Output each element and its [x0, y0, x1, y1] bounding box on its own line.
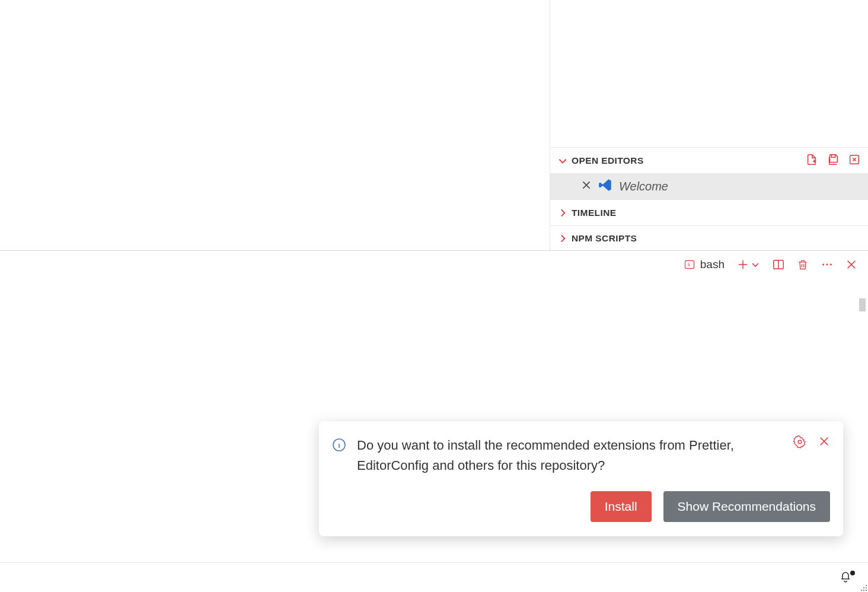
editor-area	[0, 0, 549, 250]
close-all-icon[interactable]	[848, 153, 861, 168]
terminal-shell-name: bash	[700, 258, 725, 271]
terminal-tab[interactable]: bash	[684, 258, 725, 271]
sidebar: OPEN EDITORS Welcome TIMELINE	[550, 0, 868, 252]
svg-point-8	[798, 440, 802, 444]
open-editor-item[interactable]: Welcome	[550, 173, 868, 199]
timeline-title: TIMELINE	[572, 208, 868, 218]
show-recommendations-button[interactable]: Show Recommendations	[663, 491, 830, 522]
kill-terminal-icon[interactable]	[797, 259, 809, 270]
new-terminal-dropdown-icon[interactable]	[751, 260, 760, 269]
terminal-scrollbar[interactable]	[859, 298, 866, 311]
close-icon[interactable]	[581, 180, 592, 193]
new-untitled-file-icon[interactable]	[805, 153, 818, 168]
svg-point-4	[822, 264, 824, 266]
terminal-toolbar: bash	[684, 258, 857, 271]
chevron-right-icon	[556, 232, 569, 245]
install-button[interactable]: Install	[591, 491, 652, 522]
open-editors-title: OPEN EDITORS	[572, 155, 803, 166]
notification-dot	[850, 571, 855, 575]
svg-point-6	[830, 264, 832, 266]
npm-scripts-title: NPM SCRIPTS	[572, 233, 868, 244]
chevron-right-icon	[556, 206, 569, 219]
timeline-header[interactable]: TIMELINE	[550, 199, 868, 225]
npm-scripts-header[interactable]: NPM SCRIPTS	[550, 225, 868, 252]
open-editors-header[interactable]: OPEN EDITORS	[550, 147, 868, 173]
split-terminal-icon[interactable]	[772, 258, 785, 271]
resize-grip-icon[interactable]	[854, 578, 868, 592]
explorer-content	[550, 0, 868, 147]
notification-toast: Do you want to install the recommended e…	[319, 421, 843, 536]
notification-message: Do you want to install the recommended e…	[357, 435, 783, 476]
vscode-icon	[598, 177, 613, 196]
more-actions-icon[interactable]	[821, 258, 834, 271]
editor-item-name: Welcome	[619, 180, 668, 193]
svg-rect-0	[831, 154, 835, 157]
close-panel-icon[interactable]	[845, 259, 857, 270]
svg-point-5	[826, 264, 828, 266]
status-bar	[0, 562, 868, 592]
gear-icon[interactable]	[793, 435, 806, 451]
close-notification-icon[interactable]	[818, 435, 830, 451]
info-icon	[332, 438, 346, 454]
chevron-down-icon	[556, 154, 569, 167]
save-all-icon[interactable]	[826, 153, 840, 168]
new-terminal-icon[interactable]	[736, 258, 749, 271]
